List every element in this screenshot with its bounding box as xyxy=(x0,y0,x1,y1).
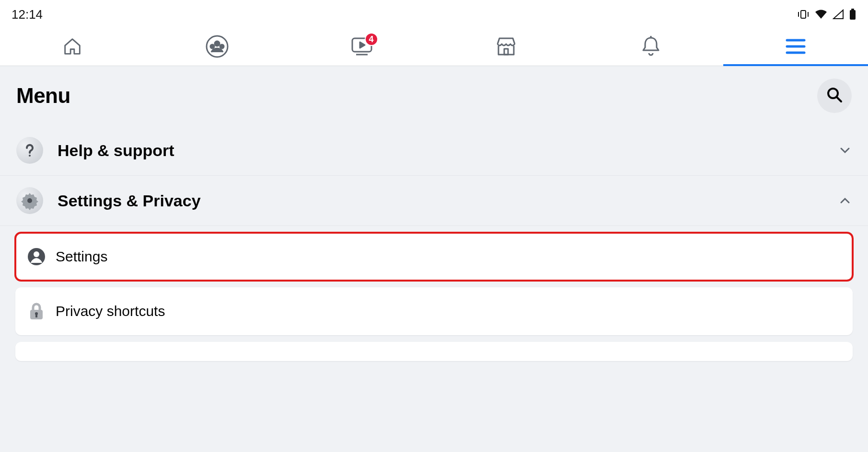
nav-tab-marketplace[interactable] xyxy=(434,29,579,66)
menu-item-settings[interactable]: Settings xyxy=(15,233,853,281)
section-label: Help & support xyxy=(58,141,838,160)
nav-tabs: 4 xyxy=(0,29,868,66)
hamburger-icon xyxy=(785,38,806,56)
cell-signal-icon xyxy=(833,9,844,20)
question-icon xyxy=(16,137,43,164)
search-icon xyxy=(826,86,843,105)
nav-tab-home[interactable] xyxy=(0,29,145,66)
svg-point-7 xyxy=(210,45,214,48)
menu-item-partial[interactable] xyxy=(15,342,853,361)
groups-icon xyxy=(205,34,230,61)
svg-point-18 xyxy=(29,155,31,157)
svg-rect-3 xyxy=(850,10,856,20)
settings-privacy-items: Settings Privacy shortcuts xyxy=(0,233,868,361)
section-settings-privacy[interactable]: Settings & Privacy xyxy=(0,176,868,226)
menu-item-label: Settings xyxy=(56,249,107,265)
marketplace-icon xyxy=(495,35,518,59)
page-title: Menu xyxy=(16,84,70,108)
chevron-up-icon xyxy=(838,194,852,207)
svg-rect-0 xyxy=(801,11,806,18)
battery-icon xyxy=(849,9,856,20)
section-help-support[interactable]: Help & support xyxy=(0,125,868,176)
status-bar: 12:14 xyxy=(0,0,868,29)
vibrate-icon xyxy=(797,9,810,20)
nav-tab-menu[interactable] xyxy=(723,29,868,66)
wifi-icon xyxy=(814,9,828,20)
svg-rect-11 xyxy=(504,49,508,55)
menu-item-label: Privacy shortcuts xyxy=(56,303,165,319)
menu-content: Menu Help & support xyxy=(0,66,868,452)
menu-header: Menu xyxy=(0,66,868,125)
nav-tab-notifications[interactable] xyxy=(579,29,723,66)
svg-point-21 xyxy=(34,251,39,257)
nav-tab-groups[interactable] xyxy=(145,29,289,66)
svg-rect-24 xyxy=(35,315,37,317)
svg-point-19 xyxy=(27,198,32,203)
svg-rect-4 xyxy=(851,9,854,10)
gear-icon xyxy=(16,187,43,214)
nav-tab-watch[interactable]: 4 xyxy=(289,29,434,66)
svg-line-17 xyxy=(837,97,841,102)
search-button[interactable] xyxy=(817,79,852,113)
status-time: 12:14 xyxy=(12,7,43,22)
menu-item-privacy-shortcuts[interactable]: Privacy shortcuts xyxy=(15,287,853,335)
section-label: Settings & Privacy xyxy=(58,192,838,210)
status-icons xyxy=(797,9,856,20)
home-icon xyxy=(61,35,83,59)
person-icon xyxy=(27,247,46,266)
svg-point-6 xyxy=(215,41,220,46)
lock-icon xyxy=(27,302,46,321)
chevron-down-icon xyxy=(838,144,852,157)
svg-point-8 xyxy=(220,45,224,48)
bell-icon xyxy=(640,35,661,60)
watch-badge: 4 xyxy=(365,33,378,46)
